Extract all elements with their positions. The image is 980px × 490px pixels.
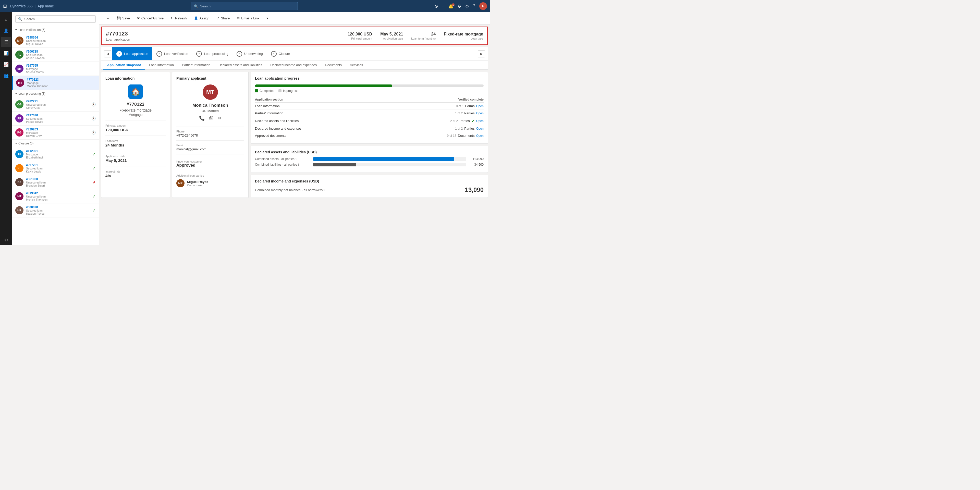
email-link-button[interactable]: ✉ Email a Link [234,15,262,22]
sidebar-item-770123[interactable]: MT #770123 Mortgage Monica Thomson [12,76,99,90]
sidebar-icon-list[interactable]: ☰ [1,37,11,47]
open-link[interactable]: Open [476,111,484,115]
help-icon[interactable]: ? [473,4,475,8]
sidebar-item-197765[interactable]: SM #197765 Mortgage Serena Morris [12,62,99,76]
open-link[interactable]: Open [476,119,484,123]
sidebar-group-loan-processing[interactable]: ▾ Loan processing (3) [12,90,99,97]
item-name: Miguel Reyes [26,42,96,45]
cancel-archive-button[interactable]: ✖ Cancel/Archive [134,15,167,22]
item-type: Mortgage [27,81,96,84]
income-card: Declared income and expenses (USD) Combi… [251,175,488,198]
phone-icon[interactable]: 📞 [199,115,205,121]
item-id: #819342 [26,191,90,195]
sidebar-item-982221[interactable]: CG #982221 Unsecured loan Corey Gray 🕐 [12,97,99,111]
tab-declared-income[interactable]: Declared income and expenses [266,60,321,70]
more-button[interactable]: ▾ [263,15,271,22]
sidebar-item-197630[interactable]: PR #197630 Secured loan Parker Reyes 🕐 [12,111,99,126]
co-borrower-name: Miguel Reyes [187,180,208,184]
sidebar-item-106728[interactable]: AL #106728 Secured loan Adrian Lawson [12,48,99,62]
step-label: Loan verification [164,52,188,56]
open-link[interactable]: Open [476,134,484,138]
at-sign-icon[interactable]: @ [209,115,213,121]
global-search-box[interactable]: 🔍 [191,2,298,10]
tab-activities[interactable]: Activities [346,60,367,70]
sidebar-item-112391[interactable]: EI #112391 Mortgage Elizabeth Irwin ✓ [12,147,99,161]
info-icon[interactable]: ℹ [298,163,299,166]
tab-declared-assets[interactable]: Declared assets and liabilities [215,60,266,70]
sidebar-icon-settings[interactable]: ⚙ [1,235,11,245]
tab-parties-information[interactable]: Parties' information [178,60,215,70]
sidebar-icon-contacts[interactable]: 👥 [1,70,11,81]
clock-icon: 🕐 [91,102,96,107]
liabilities-bar-fill [313,163,356,166]
term-value: 24 Months [105,143,165,147]
primary-applicant-title: Primary applicant [177,76,244,80]
process-step-closure[interactable]: ○ Closure [267,47,294,60]
filter-icon[interactable]: ⚙ [458,4,461,9]
sidebar-item-997261[interactable]: KL #997261 Secured loan Kayla Lewis ✓ [12,161,99,175]
main-content: ← 💾 Save ✖ Cancel/Archive ↻ Refresh 👤 As… [99,12,490,245]
global-search-input[interactable] [200,4,294,8]
open-link[interactable]: Open [476,104,484,108]
chevron-down-icon: ▾ [15,92,17,95]
sidebar-icon-chart[interactable]: 📊 [1,48,11,58]
item-type: Mortgage [26,131,89,134]
avatar-parker-reyes: PR [15,115,24,123]
settings-icon[interactable]: ⚙ [465,4,469,9]
save-button[interactable]: 💾 Save [114,15,133,22]
process-step-loan-verification[interactable]: ○ Loan verification [152,47,192,60]
item-type: Secured loan [26,117,89,120]
applicant-name: Monica Thomson [192,103,228,108]
step-label: Closure [279,52,290,56]
info-icon[interactable]: ℹ [296,158,297,161]
tab-documents[interactable]: Documents [321,60,346,70]
checkmark-icon: ✓ [92,152,96,157]
tabs-bar: Application snapshot Loan information Pa… [101,60,488,70]
applicant-avatar: MT [203,84,218,100]
count: 9 of 13 [447,134,456,138]
sidebar-group-closure[interactable]: ▾ Closure (5) [12,140,99,147]
info-icon[interactable]: ℹ [324,188,325,192]
chevron-down-icon: ▾ [15,142,17,145]
sidebar-item-829263[interactable]: RG #829263 Mortgage Rowan Gray 🕐 [12,126,99,140]
sidebar-group-loan-verification[interactable]: ▾ Loan verification (5) [12,26,99,34]
process-nav-right[interactable]: ▶ [478,50,485,57]
group-label: Loan processing (3) [18,92,45,95]
process-nav-left[interactable]: ◀ [104,50,111,57]
sidebar-search-box[interactable]: 🔍 [15,15,96,23]
refresh-button[interactable]: ↻ Refresh [168,15,190,22]
share-button[interactable]: ↗ Share [213,15,233,22]
sidebar-search-input[interactable] [24,17,93,21]
co-borrower-item: MR Miguel Reyes Co-borrower [177,179,244,187]
applicant-age-status: 34, Married [202,109,219,113]
assign-button[interactable]: 👤 Assign [191,15,213,22]
co-borrower-role: Co-borrower [187,184,208,187]
tab-loan-information[interactable]: Loan information [145,60,178,70]
sidebar-icon-home[interactable]: ⌂ [1,14,11,24]
avatar-monica-thomson-2: MT [15,192,24,200]
back-button[interactable]: ← [103,15,113,22]
process-step-loan-application[interactable]: ● Loan application [112,47,152,60]
loan-id: #770123 [127,102,145,107]
bell-icon[interactable]: 🔔1 [449,4,453,9]
open-link[interactable]: Open [476,127,484,130]
sidebar-icon-people[interactable]: 👤 [1,25,11,36]
assets-card: Declared assets and liabilities (USD) Co… [251,146,488,173]
process-step-loan-processing[interactable]: ○ Loan processing [192,47,232,60]
email-icon[interactable]: ✉ [218,115,221,121]
sidebar-item-198364[interactable]: MR #198364 Unsecured loan Miguel Reyes [12,34,99,48]
plus-icon[interactable]: + [442,4,444,8]
tab-application-snapshot[interactable]: Application snapshot [103,60,145,70]
grid-menu-icon[interactable]: ⊞ [3,3,7,9]
sidebar-item-600078[interactable]: HR #600078 Secured loan Hayden Reyes ✓ [12,204,99,218]
item-id: #997261 [26,163,90,167]
legend-completed: Completed [255,89,274,93]
sidebar-icon-graph[interactable]: 📈 [1,59,11,69]
user-avatar[interactable]: U [479,2,487,10]
circle-check-icon[interactable]: ⊙ [434,4,438,9]
loan-type-value: Fixed-rate mortgage [444,32,483,37]
sidebar-item-819342[interactable]: MT #819342 Unsecured loan Monica Thomson… [12,189,99,204]
sidebar-item-561900[interactable]: BS #561900 Unsecured loan Brandon Stuart… [12,175,99,189]
section-name: Declared assets and liabilities [255,117,383,125]
process-step-underwriting[interactable]: ○ Underwriting [232,47,267,60]
